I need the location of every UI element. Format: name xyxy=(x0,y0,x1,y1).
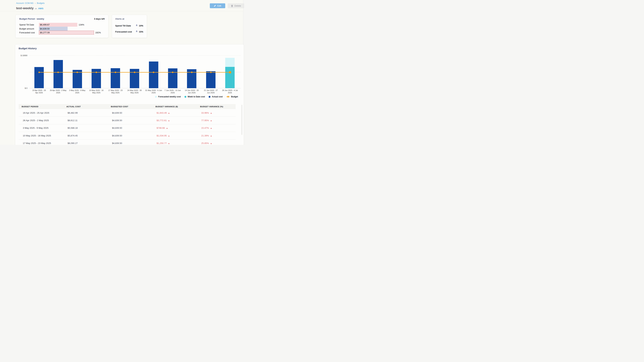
budget-point[interactable] xyxy=(191,71,192,73)
cell-budget-variance-usd: $748.68 xyxy=(157,127,201,129)
page-header: Account: CCM-NG › Budgets test-weekly on… xyxy=(0,0,243,11)
budget-point[interactable] xyxy=(38,71,40,73)
forecast-percentage: 192% xyxy=(95,31,101,34)
chevron-right-icon: › xyxy=(35,2,36,4)
main-content-area: Account: CCM-NG › Budgets test-weekly on… xyxy=(0,0,243,145)
budget-period-card-title: Budget Period - weekly xyxy=(19,17,44,20)
triangle-up-icon xyxy=(168,120,170,121)
table-header-cell: BUDGET PERIOD xyxy=(22,106,66,108)
days-left-label: 3 days left xyxy=(94,17,105,20)
legend-item[interactable]: Budget xyxy=(226,95,238,98)
table-row: 19 Apr 2025 - 25 Apr 2025$6,482.99$4,839… xyxy=(18,109,236,117)
x-axis-label: 19 Apr 2025 - 25Apr 2025 xyxy=(29,89,49,94)
x-axis-label: 28 Jun 2025 - 4 Jul2025 xyxy=(220,89,240,94)
budget-point[interactable] xyxy=(115,71,116,73)
triangle-up-icon xyxy=(166,128,168,129)
budget-history-table: BUDGET PERIODACTUAL COSTBUDGETED COSTBUD… xyxy=(18,104,236,145)
cell-budgeted-cost: $4,839.50 xyxy=(112,112,157,114)
x-axis-label: 17 May 2025 - 23May 2025 xyxy=(105,89,126,94)
bell-icon xyxy=(136,30,138,33)
alert-row: Forecasted cost15% xyxy=(112,30,147,33)
cell-budget-variance-usd: $1,250.77 xyxy=(157,142,201,144)
cell-budgeted-cost: $4,839.50 xyxy=(112,134,157,137)
x-axis-label: 14 Jun 2025 - 20Jun 2025 xyxy=(182,89,202,94)
platform-label: AWS xyxy=(38,7,44,10)
x-axis-label: 24 May 2025 - 30May 2025 xyxy=(124,89,144,94)
triangle-up-icon xyxy=(210,143,212,144)
cell-budget-period: 26 Apr 2025 - 2 May 2025 xyxy=(23,119,68,122)
triangle-up-icon xyxy=(168,113,170,114)
cell-actual-cost: $8,612.11 xyxy=(68,119,112,122)
x-axis-label: 7 Jun 2025 - 13 Jun2025 xyxy=(163,89,183,94)
budget-point[interactable] xyxy=(229,71,231,73)
triangle-up-icon xyxy=(210,128,212,129)
cell-actual-cost: $5,588.18 xyxy=(68,127,112,129)
bar-actual-cost[interactable] xyxy=(34,67,44,88)
legend-item[interactable]: Actual cost xyxy=(209,95,223,98)
budget-period-row-label: Budget amount xyxy=(19,27,34,30)
breadcrumb-account-link[interactable]: Account: CCM-NG xyxy=(16,2,34,4)
chart-legend: Forecasted weekly costWeek to Date costA… xyxy=(155,95,238,98)
budget-period-row-label: Forecasted cost xyxy=(19,31,35,34)
table-header-row: BUDGET PERIODACTUAL COSTBUDGETED COSTBUD… xyxy=(18,104,236,109)
x-axis-label: 3 May 2025 - 9 May2025 xyxy=(67,89,88,94)
cell-actual-cost: $6,482.99 xyxy=(68,112,112,114)
budget-period-row: Forecasted cost$9,277.09192% xyxy=(16,31,108,35)
y-axis-label-min: $ 0 xyxy=(18,87,27,89)
cell-budget-period: 3 May 2025 - 9 May 2025 xyxy=(23,127,68,129)
bar-actual-cost[interactable] xyxy=(206,71,216,88)
bar-actual-cost[interactable] xyxy=(111,68,120,88)
alerts-card-title: Alerts at xyxy=(115,17,124,20)
budget-point[interactable] xyxy=(96,71,97,73)
table-scrollbar[interactable] xyxy=(241,105,242,135)
cell-actual-cost: $6,090.27 xyxy=(68,142,112,144)
edit-button[interactable]: Edit xyxy=(210,3,225,8)
table-row: 10 May 2025 - 16 May 2025$5,874.45$4,839… xyxy=(18,132,236,139)
cell-budget-variance-pct: 15.47% xyxy=(201,127,236,129)
triangle-up-icon xyxy=(210,113,212,114)
alert-threshold-value: 15% xyxy=(139,30,143,33)
bell-icon xyxy=(136,24,138,27)
budget-value: $4,839.50 xyxy=(40,27,50,30)
budget-point[interactable] xyxy=(134,71,135,73)
breadcrumb: Account: CCM-NG › Budgets xyxy=(16,2,44,4)
breadcrumb-budgets-link[interactable]: Budgets xyxy=(37,2,44,4)
legend-label: Week to Date cost xyxy=(188,95,205,98)
bar-actual-cost[interactable] xyxy=(149,61,158,88)
page-title: test-weekly xyxy=(16,6,34,10)
delete-button[interactable]: Delete xyxy=(228,3,244,8)
bar-forecasted-weekly-cost[interactable] xyxy=(225,58,234,67)
title-row: test-weekly on AWS xyxy=(16,6,44,10)
gridline-10000 xyxy=(30,55,241,56)
triangle-up-icon xyxy=(210,120,212,121)
edit-button-label: Edit xyxy=(217,4,221,7)
alerts-card: Alerts at Spend Till Date10%Forecasted c… xyxy=(112,15,147,38)
cell-budget-variance-usd: $1,034.95 xyxy=(157,134,201,137)
legend-dot-icon xyxy=(209,96,210,98)
pencil-icon xyxy=(214,5,216,7)
budget-point[interactable] xyxy=(210,71,212,73)
bar-actual-cost[interactable] xyxy=(168,68,178,88)
table-row: 3 May 2025 - 9 May 2025$5,588.18$4,839.5… xyxy=(18,124,236,132)
budget-history-card: Budget History $ 10000 $ 0 19 Apr 2025 -… xyxy=(15,44,244,145)
table-header-cell: BUDGETED COST xyxy=(111,106,156,108)
legend-label: Actual cost xyxy=(212,95,223,98)
triangle-up-icon xyxy=(168,143,170,144)
legend-label: Forecasted weekly cost xyxy=(158,95,181,98)
cell-budget-period: 10 May 2025 - 16 May 2025 xyxy=(23,134,68,137)
x-axis-label: 10 May 2025 - 16May 2025 xyxy=(86,89,106,94)
bar-actual-cost[interactable] xyxy=(54,60,63,88)
legend-dot-icon xyxy=(155,96,157,98)
bar-week-to-date-cost[interactable] xyxy=(225,67,234,88)
table-row: 17 May 2025 - 23 May 2025$6,090.27$4,839… xyxy=(18,140,236,145)
budget-period-row: Budget amount$4,839.50 xyxy=(16,27,108,31)
legend-label: Budget xyxy=(231,95,238,98)
x-axis-line xyxy=(30,88,241,88)
budget-legend-diamond xyxy=(227,96,229,97)
table-body: 19 Apr 2025 - 25 Apr 2025$6,482.99$4,839… xyxy=(18,109,236,145)
budget-period-card: Budget Period - weekly 3 days left Spend… xyxy=(16,15,108,38)
legend-item[interactable]: Forecasted weekly cost xyxy=(155,95,181,98)
trash-icon xyxy=(231,5,233,7)
forecast-value: $9,277.09 xyxy=(40,31,50,34)
legend-item[interactable]: Week to Date cost xyxy=(184,95,205,98)
